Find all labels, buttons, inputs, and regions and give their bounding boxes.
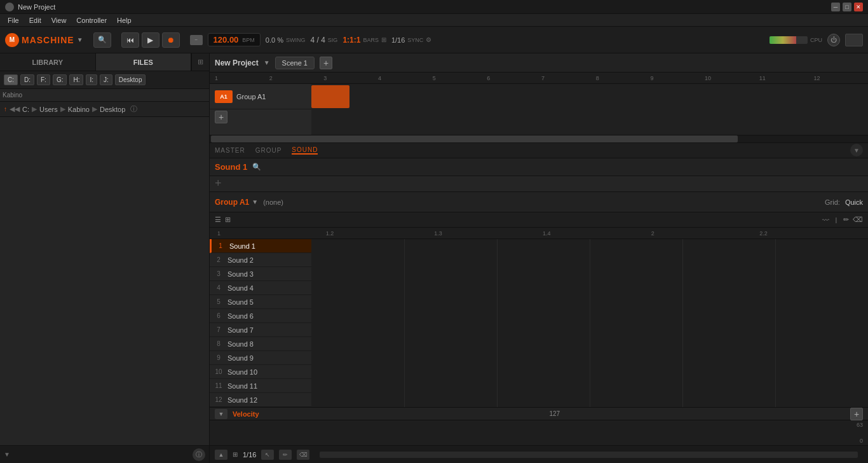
grid-line-2 — [497, 239, 498, 407]
bars-area: 1:1:1 BARS ⊞ — [342, 36, 386, 45]
bars-value[interactable]: 1:1:1 — [342, 36, 360, 45]
drive-desktop[interactable]: Desktop — [115, 74, 146, 85]
drive-bar: C: D: F: G: H: I: J: Desktop — [0, 71, 209, 89]
drive-i[interactable]: I: — [86, 74, 97, 85]
sound-row-6[interactable]: 6Sound 6 — [210, 309, 311, 323]
plugin-add-button[interactable]: + — [215, 177, 222, 190]
breadcrumb-root[interactable]: C: — [22, 106, 29, 113]
breadcrumb-desktop[interactable]: Desktop — [100, 106, 125, 113]
scene-tab[interactable]: Scene 1 — [275, 57, 315, 69]
drive-c[interactable]: C: — [4, 74, 18, 85]
filter-icon[interactable]: ▼ — [4, 451, 10, 458]
plugin-collapse-button[interactable]: ▼ — [850, 144, 863, 156]
bars-add-button[interactable]: ⊞ — [381, 36, 386, 43]
power-button[interactable]: ⏻ — [827, 34, 840, 46]
cursor-tool-button[interactable]: ↖ — [261, 450, 274, 460]
group-select-name[interactable]: Group A1 — [215, 198, 249, 207]
minimize-button[interactable]: ─ — [831, 3, 840, 11]
panel-grid-icon[interactable]: ⊞ — [191, 53, 209, 71]
pattern-paint-icon[interactable]: ✏ — [843, 216, 849, 224]
velocity-min-label: 0 — [860, 438, 863, 444]
velocity-label: Velocity — [233, 410, 259, 418]
breadcrumb-info-icon[interactable]: ⓘ — [130, 104, 137, 114]
bpm-value[interactable]: 120.00 — [214, 35, 239, 45]
menu-controller[interactable]: Controller — [71, 17, 112, 24]
project-dropdown[interactable]: ▼ — [264, 59, 270, 66]
sync-settings-icon[interactable]: ⚙ — [426, 36, 431, 43]
modulation-button[interactable]: ~ — [190, 35, 203, 45]
timeline-mark-3: 3 — [321, 75, 376, 81]
group-dropdown-icon[interactable]: ▼ — [252, 198, 258, 205]
menu-help[interactable]: Help — [112, 17, 137, 24]
add-scene-button[interactable]: + — [320, 57, 332, 69]
pattern-scrollbar[interactable] — [320, 452, 858, 458]
search-button[interactable]: 🔍 — [93, 32, 111, 48]
grid-size-display[interactable]: 1/16 — [243, 451, 256, 459]
plugin-tab-sound[interactable]: SOUND — [292, 146, 318, 155]
rewind-button[interactable]: ⏮ — [121, 32, 139, 48]
arranger-content[interactable] — [311, 84, 868, 135]
pattern-list-icon[interactable]: ☰ — [215, 216, 221, 224]
arranger-scrollbar[interactable] — [210, 135, 868, 142]
nav-prev-button[interactable]: ◀◀ — [10, 105, 20, 113]
pattern-grid-icon[interactable]: ⊞ — [225, 216, 231, 224]
pattern-erase-icon[interactable]: ⌫ — [853, 216, 863, 224]
sound-row-11[interactable]: 11Sound 11 — [210, 379, 311, 393]
sound-row-1[interactable]: 1Sound 1 — [210, 239, 311, 253]
menu-file[interactable]: File — [3, 17, 24, 24]
drive-g[interactable]: G: — [53, 74, 67, 85]
sig-value[interactable]: 4 / 4 — [311, 36, 325, 45]
play-button[interactable]: ▶ — [142, 32, 159, 48]
pattern-grid[interactable] — [311, 239, 868, 407]
grid-value-display[interactable]: Quick — [845, 198, 863, 206]
sound-num-9: 9 — [210, 354, 227, 361]
library-tab[interactable]: LIBRARY — [0, 53, 96, 71]
velocity-collapse-button[interactable]: ▼ — [215, 409, 227, 419]
drive-j[interactable]: J: — [100, 74, 112, 85]
swing-value[interactable]: 0.0 % — [266, 36, 283, 44]
sound-row-7[interactable]: 7Sound 7 — [210, 323, 311, 337]
breadcrumb-users[interactable]: Users — [39, 106, 58, 113]
breadcrumb-kabino[interactable]: Kabino — [68, 106, 90, 113]
sound-row-5[interactable]: 5Sound 5 — [210, 295, 311, 309]
level-meter — [770, 36, 808, 44]
plugin-search-icon[interactable]: 🔍 — [252, 163, 261, 171]
sound-row-4[interactable]: 4Sound 4 — [210, 281, 311, 295]
sound-row-9[interactable]: 9Sound 9 — [210, 351, 311, 365]
group-name-a1: Group A1 — [236, 93, 266, 100]
plugin-tab-master[interactable]: MASTER — [215, 147, 245, 154]
close-button[interactable]: ✕ — [854, 3, 863, 11]
sound-row-8[interactable]: 8Sound 8 — [210, 337, 311, 351]
arranger-scrollbar-thumb[interactable] — [211, 135, 738, 142]
bottom-collapse-button[interactable]: ▲ — [215, 450, 227, 460]
logo-dropdown[interactable]: ▼ — [77, 36, 83, 43]
record-button[interactable]: ⏺ — [162, 32, 180, 48]
maximize-button[interactable]: □ — [843, 3, 851, 11]
menu-view[interactable]: View — [46, 17, 72, 24]
velocity-add-button[interactable]: + — [850, 408, 863, 420]
view-toggle-button[interactable] — [845, 34, 863, 46]
sound-row-12[interactable]: 12Sound 12 — [210, 393, 311, 407]
sound-row-10[interactable]: 10Sound 10 — [210, 365, 311, 379]
drive-h[interactable]: H: — [69, 74, 83, 85]
files-tab[interactable]: FILES — [96, 53, 192, 71]
arranger-track-a1[interactable]: A1 Group A1 — [210, 84, 311, 109]
drive-f[interactable]: F: — [37, 74, 50, 85]
grid-value[interactable]: 1/16 — [391, 36, 405, 44]
menu-edit[interactable]: Edit — [24, 17, 46, 24]
sound-name-9: Sound 9 — [227, 354, 311, 362]
pattern-none: (none) — [263, 198, 820, 206]
drive-d[interactable]: D: — [20, 74, 34, 85]
sound-name-4: Sound 4 — [227, 284, 311, 292]
plugin-tab-group[interactable]: GROUP — [255, 147, 282, 154]
add-track-button[interactable]: + — [215, 111, 227, 123]
sound-row-3[interactable]: 3Sound 3 — [210, 267, 311, 281]
erase-tool-button[interactable]: ⌫ — [297, 450, 309, 460]
sound-name-1: Sound 1 — [229, 242, 311, 250]
sound-row-2[interactable]: 2Sound 2 — [210, 253, 311, 267]
nav-back-button[interactable]: ↑ — [4, 106, 7, 113]
info-button[interactable]: ⓘ — [193, 448, 205, 461]
pencil-tool-button[interactable]: ✏ — [279, 450, 292, 460]
arranger-clip[interactable] — [311, 85, 349, 108]
pattern-waveform-icon[interactable]: 〰 — [822, 216, 829, 224]
